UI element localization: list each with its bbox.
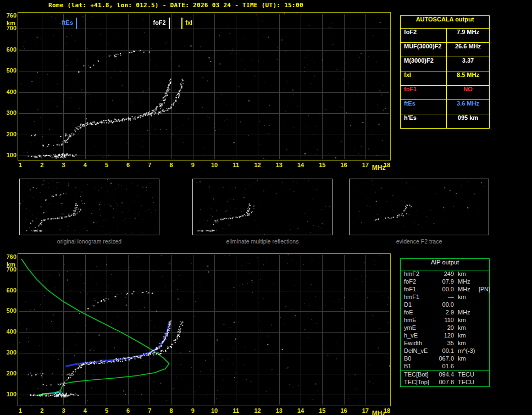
aip-row-unit: km bbox=[457, 355, 479, 363]
thumb-original-caption: original ionogram resized bbox=[19, 238, 159, 245]
aip-row-value: 20 bbox=[436, 324, 457, 332]
aip-row-value: 067.0 bbox=[436, 355, 457, 363]
aip-row: foF100.0MHz[PN] bbox=[401, 286, 489, 294]
autoscala-row: fxI8.5 MHz bbox=[401, 71, 489, 86]
x-axis-tick: 14 bbox=[293, 407, 308, 414]
aip-row-value: 249 bbox=[436, 270, 457, 278]
aip-row-unit: km bbox=[457, 294, 479, 301]
y-axis-tick: 600 bbox=[1, 287, 16, 294]
aip-row: hmE110km bbox=[401, 317, 489, 324]
aip-row-note bbox=[479, 355, 489, 363]
y-axis-tick: 200 bbox=[1, 370, 16, 377]
aip-row: B101.6 bbox=[401, 363, 489, 370]
aip-row-unit: km bbox=[457, 332, 479, 340]
y-axis-tick: 760 bbox=[1, 12, 16, 19]
x-axis-tick: 1 bbox=[13, 162, 27, 168]
aip-row-name: TEC[Bot] bbox=[404, 371, 436, 379]
y-axis-tick: 500 bbox=[1, 67, 16, 74]
aip-row-value: 00.1 bbox=[436, 347, 457, 355]
x-axis-tick: 15 bbox=[315, 407, 329, 414]
autoscala-row-label: fxI bbox=[401, 71, 446, 85]
aip-row-note bbox=[479, 317, 489, 324]
y-axis-tick: 600 bbox=[1, 46, 16, 53]
x-axis-tick: 15 bbox=[315, 162, 329, 168]
aip-row-name: D1 bbox=[404, 301, 436, 309]
autoscala-output-table: AUTOSCALA output foF27.9 MHzMUF(3000)F22… bbox=[400, 15, 490, 129]
x-axis-tick: 5 bbox=[99, 407, 114, 414]
aip-row-note bbox=[479, 324, 489, 332]
aip-row-name: ymE bbox=[404, 324, 436, 332]
x-axis-tick: 3 bbox=[56, 162, 70, 168]
aip-row-value: 007.8 bbox=[436, 379, 457, 386]
aip-row: ymE20km bbox=[401, 324, 489, 332]
foF2-marker-label: foF2 bbox=[147, 19, 166, 26]
aip-row-unit: MHz bbox=[457, 309, 479, 317]
y-axis-tick: 400 bbox=[1, 328, 16, 335]
aip-row: foF207.9MHz bbox=[401, 278, 489, 286]
aip-row-name: TEC[Top] bbox=[404, 379, 436, 386]
thumb-filtered-panel bbox=[192, 179, 332, 235]
autoscala-row-value: 3.37 bbox=[446, 57, 489, 71]
thumb-f2trace-caption: evidence F2 trace bbox=[349, 238, 489, 245]
aip-row-note bbox=[479, 379, 489, 386]
autoscala-row-label: M(3000)F2 bbox=[401, 57, 446, 71]
aip-row-unit: m^(-3) bbox=[457, 347, 479, 355]
aip-row-name: foF1 bbox=[404, 286, 436, 294]
aip-row-unit: TECU bbox=[457, 379, 479, 386]
aip-row-note bbox=[479, 270, 489, 278]
aip-row-name: hmF1 bbox=[404, 294, 436, 301]
aip-row-unit: MHz bbox=[457, 286, 479, 294]
aip-row-unit: km bbox=[457, 317, 479, 324]
x-axis-tick: 13 bbox=[272, 407, 286, 414]
x-axis-tick: 10 bbox=[207, 407, 221, 414]
thumb-filtered-canvas bbox=[193, 179, 332, 235]
x-axis-tick: 3 bbox=[56, 407, 70, 414]
autoscala-row-label: h'Es bbox=[401, 114, 446, 128]
aip-row-note bbox=[479, 278, 489, 286]
x-axis-tick: 11 bbox=[229, 407, 243, 414]
aip-row-name: foF2 bbox=[404, 278, 436, 286]
aip-row-unit: km bbox=[457, 324, 479, 332]
x-axis-tick: 7 bbox=[142, 407, 157, 414]
aip-row-unit bbox=[457, 363, 479, 370]
aip-row-value: 35 bbox=[436, 340, 457, 347]
y-axis-tick: 100 bbox=[1, 391, 16, 397]
autoscala-row: h'Es095 km bbox=[401, 114, 489, 128]
x-axis-tick: 7 bbox=[142, 162, 157, 168]
aip-row-note bbox=[479, 332, 489, 340]
aip-row: h_vE120km bbox=[401, 332, 489, 340]
aip-table-title: AIP output bbox=[401, 259, 489, 270]
thumb-filtered-caption: eliminate multiple reflections bbox=[192, 238, 332, 245]
aip-row-unit: MHz bbox=[457, 278, 479, 286]
aip-row: D100.0 bbox=[401, 301, 489, 309]
bottom-ionogram-canvas bbox=[18, 254, 390, 406]
thumb-f2trace-canvas bbox=[350, 179, 489, 235]
x-axis-tick: 12 bbox=[251, 407, 265, 414]
x-axis-tick: 1 bbox=[13, 407, 27, 414]
aip-row-note bbox=[479, 301, 489, 309]
thumb-original-canvas bbox=[20, 179, 159, 235]
aip-row-name: hmE bbox=[404, 317, 436, 324]
aip-row-name: foE bbox=[404, 309, 436, 317]
x-axis-tick: 6 bbox=[121, 162, 135, 168]
thumb-f2trace-panel bbox=[349, 179, 489, 235]
bottom-ionogram-panel bbox=[18, 253, 391, 406]
autoscala-row-value: 3.6 MHz bbox=[446, 100, 489, 114]
aip-row-value: 00.0 bbox=[436, 301, 457, 309]
y-axis-tick: 300 bbox=[1, 109, 16, 116]
autoscala-row-label: MUF(3000)F2 bbox=[401, 43, 446, 57]
aip-row: TEC[Top]007.8TECU bbox=[401, 379, 489, 386]
x-axis-tick: 9 bbox=[186, 407, 200, 414]
aip-table-body: hmF2249kmfoF207.9MHzfoF100.0MHz[PN]hmF1-… bbox=[401, 270, 489, 386]
autoscala-app: Rome (lat: +41.8, lon: 012.5) - DATE: 20… bbox=[0, 0, 532, 415]
x-axis-unit-label: MHz bbox=[372, 410, 391, 415]
x-axis-tick: 13 bbox=[272, 162, 286, 168]
autoscala-table-title: AUTOSCALA output bbox=[401, 16, 489, 29]
y-axis-tick: 200 bbox=[1, 131, 16, 137]
page-title: Rome (lat: +41.8, lon: 012.5) - DATE: 20… bbox=[48, 2, 303, 9]
aip-row-unit: TECU bbox=[457, 371, 479, 379]
autoscala-row: M(3000)F23.37 bbox=[401, 57, 489, 71]
fxI-marker-label: fxI bbox=[185, 19, 192, 26]
y-axis-tick: 100 bbox=[1, 152, 16, 158]
aip-row-name: B1 bbox=[404, 363, 436, 370]
